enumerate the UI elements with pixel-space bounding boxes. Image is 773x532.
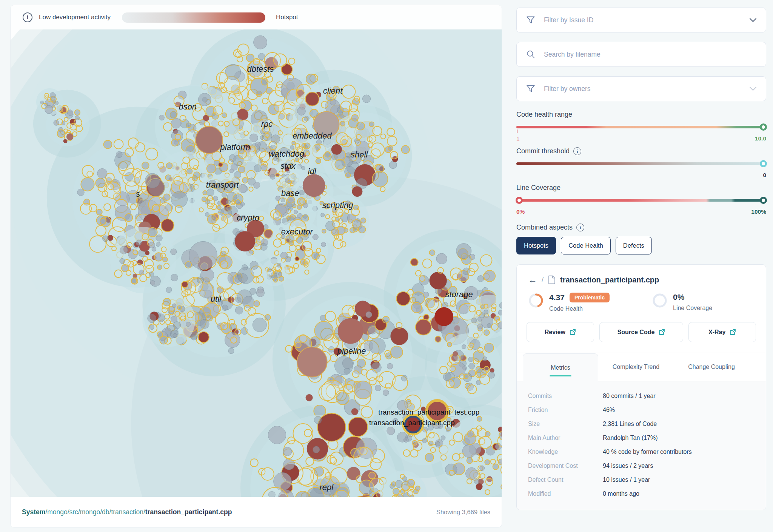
metric-label: Commits [528,393,603,399]
line-coverage-max-label: 100% [751,208,766,215]
funnel-icon [526,84,536,94]
commit-threshold-handle[interactable] [760,160,767,167]
metric-row: Friction46% [517,403,766,417]
info-icon[interactable]: i [573,147,581,155]
back-arrow-icon[interactable]: ← [528,275,537,284]
line-coverage-label: Line Coverage [516,184,561,192]
line-coverage-slider[interactable] [516,197,766,204]
breadcrumb-bar: System/mongo/src/mongo/db/transaction/tr… [11,497,502,527]
search-filename[interactable]: Search by filename [516,42,766,67]
breadcrumb: System/mongo/src/mongo/db/transaction/tr… [22,508,232,516]
code-health-slider-group: Code health range 1 10.0 [516,111,766,142]
info-icon[interactable]: i [576,224,584,231]
code-health-min-tick [517,130,517,133]
chevron-down-icon[interactable] [749,86,757,91]
hotspot-map-panel: i Low development activity Hotspot dbtes… [10,5,502,527]
filter-owners[interactable]: Filter by owners [516,76,766,101]
external-link-icon [570,329,576,335]
code-health-range-label: Code health range [516,111,572,119]
metric-label: Development Cost [528,463,603,469]
code-health-max-handle[interactable] [760,123,767,131]
code-health-max-label: 10.0 [755,135,766,142]
cluster-label-transport: transport [206,180,239,190]
code-health-gauge: 4.37 Problematic Code Health [528,293,652,312]
source-code-button[interactable]: Source Code [599,322,684,342]
file-icon [548,275,556,284]
filter-owners-placeholder: Filter by owners [544,85,591,93]
line-coverage-ring [652,293,668,308]
hotspot-circle-pack[interactable]: dbtestsclientbsonrpcembeddedplatformwatc… [11,29,502,497]
metric-value: Randolph Tan (17%) [603,435,658,441]
commit-threshold-slider[interactable] [516,160,766,167]
tab-complexity-trend[interactable]: Complexity Trend [598,353,674,381]
cluster-label-rpc: rpc [261,119,273,129]
line-coverage-gauge-label: Line Coverage [673,305,712,311]
path-slash: / [542,276,544,284]
breadcrumb-path[interactable]: /mongo/src/mongo/db/transaction/ [45,508,145,516]
metric-value: 0 months ago [603,490,639,497]
commit-threshold-group: Commit threshold i 0 [516,147,766,179]
aspect-button-defects[interactable]: Defects [616,237,652,254]
cluster-label-executor: executor [281,227,314,236]
line-coverage-value: 0% [673,293,684,302]
tab-change-coupling[interactable]: Change Coupling [674,353,749,381]
metric-value: 80 commits / 1 year [603,393,656,399]
metric-label: Modified [528,490,603,497]
filter-issue-placeholder: Filter by Issue ID [544,16,593,24]
commit-threshold-label: Commit threshold [516,147,570,155]
cluster-label-pipeline: pipeline [337,346,366,356]
tab-metrics[interactable]: Metrics [523,353,598,381]
combined-aspects-section: Combined aspects i Hotspots Code Health … [516,224,766,254]
xray-button[interactable]: X-Ray [688,322,756,342]
metric-row: Commits80 commits / 1 year [517,389,766,403]
line-coverage-max-handle[interactable] [760,197,767,204]
metric-row: Main AuthorRandolph Tan (17%) [517,431,766,445]
metric-row: Knowledge40 % code by former contributor… [517,445,766,459]
metric-label: Defect Count [528,476,603,483]
files-count: Showing 3,669 files [436,509,490,516]
activity-legend: i Low development activity Hotspot [11,5,502,29]
line-coverage-min-label: 0% [516,208,525,215]
cluster-label-scripting: scripting [322,200,354,210]
activity-gradient-bar [122,12,265,23]
metric-row: Modified0 months ago [517,487,766,501]
filter-issue-id[interactable]: Filter by Issue ID [516,8,766,32]
code-health-value: 4.37 [549,293,565,302]
cluster-label-base: base [281,188,299,198]
metric-label: Size [528,421,603,427]
code-health-gauge-label: Code Health [549,305,610,312]
cluster-label-platform: platform [220,142,250,152]
metric-row: Development Cost94 issues / 2 years [517,459,766,473]
review-button[interactable]: Review [527,322,594,342]
metric-row: Defect Count10 issues / 1 year [517,473,766,487]
metric-value: 10 issues / 1 year [603,476,650,483]
cluster-label-shell: shell [351,150,368,159]
cluster-label-stdx: stdx [280,161,296,171]
cluster-label-storage: storage [445,290,473,299]
funnel-icon [526,15,536,25]
chevron-down-icon[interactable] [749,18,757,22]
cluster-label-dbtests: dbtests [247,64,274,74]
info-icon[interactable]: i [23,12,32,22]
metric-label: Friction [528,407,603,413]
aspect-button-hotspots[interactable]: Hotspots [516,237,556,254]
line-coverage-min-handle[interactable] [516,197,523,204]
line-coverage-group: Line Coverage 0% 100% [516,184,766,215]
cluster-label-bson: bson [179,102,197,111]
metric-value: 40 % code by former contributors [603,449,692,455]
external-link-icon [730,329,736,335]
metrics-panel: Commits80 commits / 1 yearFriction46%Siz… [517,381,766,510]
circle-pack-chart[interactable]: dbtestsclientbsonrpcembeddedplatformwatc… [11,29,502,497]
aspect-button-code-health[interactable]: Code Health [561,237,611,254]
metric-label: Main Author [528,435,603,441]
metric-row: Size2,381 Lines of Code [517,417,766,431]
line-coverage-gauge: 0% Line Coverage [652,293,712,312]
legend-low-label: Low development activity [39,14,111,21]
combined-aspects-label: Combined aspects [516,224,573,231]
code-health-slider[interactable] [516,124,766,131]
cluster-label-util: util [211,294,222,304]
metric-value: 46% [603,407,615,413]
cluster-label-watchdog: watchdog [269,149,305,159]
breadcrumb-root[interactable]: System [22,508,45,516]
cluster-label-idl: idl [308,167,317,176]
